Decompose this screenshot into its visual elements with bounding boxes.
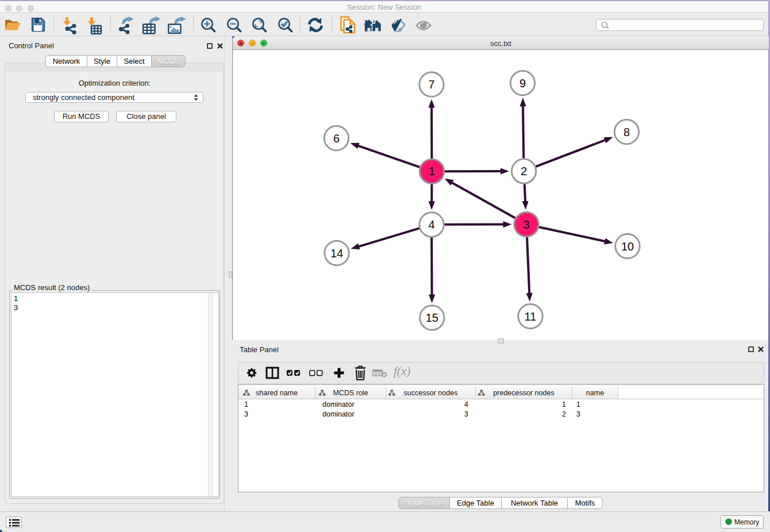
- svg-text:10: 10: [621, 240, 634, 252]
- svg-text:9: 9: [519, 76, 526, 89]
- svg-text:1: 1: [429, 165, 435, 178]
- svg-text:14: 14: [330, 246, 343, 259]
- svg-text:4: 4: [429, 218, 435, 230]
- svg-text:6: 6: [333, 132, 340, 144]
- svg-text:8: 8: [623, 125, 630, 138]
- svg-text:3: 3: [523, 218, 530, 230]
- svg-text:2: 2: [521, 164, 527, 177]
- svg-text:11: 11: [525, 310, 537, 322]
- svg-text:15: 15: [426, 311, 438, 324]
- svg-text:7: 7: [428, 78, 434, 91]
